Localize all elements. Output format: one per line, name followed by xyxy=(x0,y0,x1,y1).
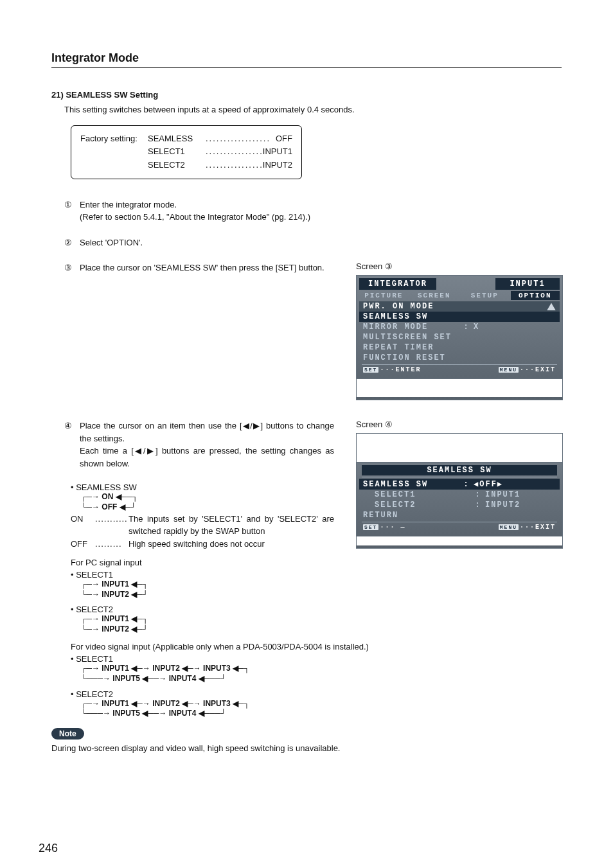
step-text: Place the cursor on 'SEAMLESS SW' then p… xyxy=(80,261,334,274)
colon: : xyxy=(475,500,481,509)
step-number: ② xyxy=(64,236,80,249)
step-text: Enter the integrator mode. xyxy=(80,199,341,211)
note-badge: Note xyxy=(51,728,84,740)
osd-input-chip: INPUT1 xyxy=(495,278,560,290)
cycle-diagram: ┌─→ INPUT1 ◀─┐ └─→ INPUT2 ◀─┘ xyxy=(81,614,334,634)
osd-footer: SET···ENTER MENU···EXIT xyxy=(359,366,560,373)
osd-row-selected: SEAMLESS SW : ◀OFF▶ xyxy=(359,479,560,490)
cycle-item: INPUT4 xyxy=(169,709,197,718)
step-4: ④ Place the cursor on an item then use t… xyxy=(64,420,334,470)
factory-val: INPUT1 xyxy=(263,145,292,159)
cycle-item: INPUT1 xyxy=(102,580,129,589)
osd-value: INPUT2 xyxy=(485,500,556,509)
osd-screen-4: SEAMLESS SW SEAMLESS SW : ◀OFF▶ SELECT1 … xyxy=(356,433,563,549)
osd-row: REPEAT TIMER xyxy=(359,342,560,353)
cycle-item: INPUT1 xyxy=(102,664,129,673)
osd-row: MULTISCREEN SET xyxy=(359,332,560,342)
cycle-item: INPUT2 xyxy=(102,624,129,633)
step-number: ① xyxy=(64,199,80,224)
cycle-item: INPUT5 xyxy=(112,674,140,683)
cycle-diagram: ┌─→ ON ◀──┐ └─→ OFF ◀─┘ xyxy=(81,492,334,512)
intro-text: This setting switches between inputs at … xyxy=(64,103,562,116)
osd-item: MULTISCREEN SET xyxy=(363,333,459,342)
osd-row-selected: SEAMLESS SW xyxy=(359,312,560,322)
set-tag: SET xyxy=(363,524,378,530)
factory-label: Factory setting: xyxy=(80,132,148,146)
step-number: ④ xyxy=(64,420,80,470)
screen-label: Screen ④ xyxy=(356,420,562,429)
osd-mode-chip: INTEGRATOR xyxy=(359,278,436,290)
def-val: The inputs set by 'SELECT1' and by 'SELE… xyxy=(129,513,334,538)
factory-key: SEAMLESS xyxy=(148,132,206,146)
osd-tab: PICTURE xyxy=(359,291,409,300)
footer-left: ···ENTER xyxy=(380,366,421,373)
def-key: OFF xyxy=(71,538,95,551)
cycle-item: INPUT1 xyxy=(102,699,129,708)
osd-row: SELECT2 : INPUT2 xyxy=(359,500,560,510)
osd-item: MIRROR MODE xyxy=(363,323,459,332)
set-tag: SET xyxy=(363,367,378,373)
osd-value: X xyxy=(474,323,556,332)
osd-row: RETURN xyxy=(359,510,560,520)
factory-val: OFF xyxy=(276,132,292,146)
screen-label: Screen ③ xyxy=(356,261,562,271)
osd-item: SELECT2 xyxy=(363,500,471,509)
dots: ......... xyxy=(95,538,129,551)
factory-val: INPUT2 xyxy=(263,159,292,172)
bullet-select1: • SELECT1 xyxy=(71,654,562,664)
cycle-item: INPUT1 xyxy=(102,614,129,623)
cycle-diagram: ┌─→ INPUT1 ◀─┐ └─→ INPUT2 ◀─┘ xyxy=(81,580,334,599)
bullet-select1: • SELECT1 xyxy=(71,570,334,580)
bullet-select2: • SELECT2 xyxy=(71,605,334,614)
osd-tab-active: OPTION xyxy=(511,291,560,300)
cycle-item: INPUT3 xyxy=(203,699,231,708)
dots: ....................... xyxy=(206,159,263,172)
cycle-item: INPUT2 xyxy=(102,590,129,599)
osd-screen-3: INTEGRATOR INPUT1 PICTURE SCREEN SETUP O… xyxy=(356,275,563,400)
subsection-heading: 21) SEAMLESS SW Setting xyxy=(51,90,562,100)
step-text: Each time a [◀/▶] buttons are pressed, t… xyxy=(80,445,334,470)
cycle-item: INPUT3 xyxy=(203,664,231,673)
osd-item: PWR. ON MODE xyxy=(363,302,459,311)
cycle-item: INPUT5 xyxy=(112,709,140,718)
osd-tab: SCREEN xyxy=(410,291,459,300)
menu-tag: MENU xyxy=(499,367,519,373)
cycle-item: INPUT2 xyxy=(152,664,180,673)
factory-setting-box: Factory setting: SEAMLESS ..............… xyxy=(71,125,302,179)
osd-item: REPEAT TIMER xyxy=(363,343,459,352)
footer-right: ···EXIT xyxy=(520,366,556,373)
note-text: During two-screen display and video wall… xyxy=(51,743,562,753)
def-off: OFF ......... High speed switching does … xyxy=(71,538,334,551)
page-number: 246 xyxy=(39,842,58,855)
bullet-seamless: • SEAMLESS SW xyxy=(71,483,334,492)
dots: .................. xyxy=(206,132,276,146)
step-text: Place the cursor on an item then use the… xyxy=(80,420,334,445)
osd-row: FUNCTION RESET xyxy=(359,353,560,363)
colon: : xyxy=(463,480,470,489)
osd-title: SEAMLESS SW xyxy=(362,465,557,475)
video-heading: For video signal input (Applicable only … xyxy=(71,642,520,651)
cycle-on: ON xyxy=(102,492,113,501)
osd-item: FUNCTION RESET xyxy=(363,353,459,362)
osd-row: MIRROR MODE : X xyxy=(359,322,560,332)
factory-key: SELECT2 xyxy=(148,159,206,172)
page-title: Integrator Mode xyxy=(51,51,562,68)
step-text: Select 'OPTION'. xyxy=(80,236,341,249)
osd-tabs: PICTURE SCREEN SETUP OPTION xyxy=(359,291,560,300)
def-key: ON xyxy=(71,513,95,538)
osd-value: ◀OFF▶ xyxy=(474,479,556,489)
osd-value: INPUT1 xyxy=(485,490,556,499)
osd-item: SEAMLESS SW xyxy=(363,480,459,489)
osd-item: SELECT1 xyxy=(363,490,471,499)
step-3: ③ Place the cursor on 'SEAMLESS SW' then… xyxy=(64,261,334,274)
step-text: (Refer to section 5.4.1, "About the Inte… xyxy=(80,211,341,224)
osd-tab: SETUP xyxy=(460,291,510,300)
def-val: High speed switching does not occur xyxy=(129,538,334,551)
colon: : xyxy=(475,490,481,499)
def-on: ON ........... The inputs set by 'SELECT… xyxy=(71,513,334,538)
osd-row: PWR. ON MODE xyxy=(359,301,560,312)
osd-footer: SET··· — MENU···EXIT xyxy=(359,524,560,531)
step-2: ② Select 'OPTION'. xyxy=(64,236,341,249)
cycle-item: INPUT2 xyxy=(152,699,180,708)
colon: : xyxy=(463,323,470,332)
